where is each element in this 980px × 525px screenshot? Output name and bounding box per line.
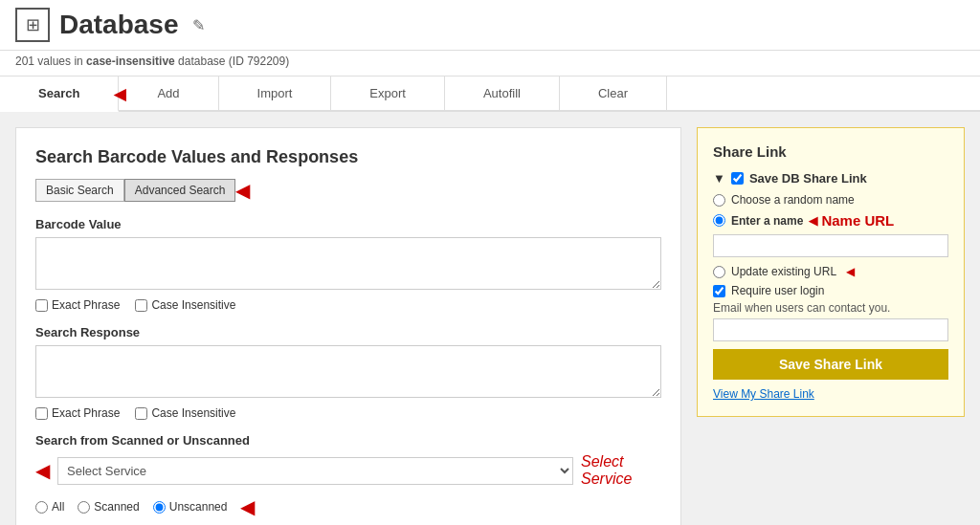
update-existing-url-row: Update existing URL ◀ — [713, 265, 948, 278]
barcode-case-insensitive-checkbox[interactable] — [135, 299, 147, 312]
save-db-share-link-row[interactable]: ▼ Save DB Share Link — [713, 171, 948, 186]
search-type-buttons: Basic Search Advanced Search ◀ — [35, 179, 661, 202]
email-input[interactable] — [713, 318, 948, 341]
advanced-search-arrow-icon: ◀ — [235, 179, 250, 202]
response-case-insensitive-checkbox-label[interactable]: Case Insensitive — [135, 406, 235, 420]
barcode-exact-phrase-checkbox[interactable] — [35, 299, 48, 312]
tab-add[interactable]: Add — [119, 77, 218, 110]
barcode-value-label: Barcode Value — [35, 217, 661, 231]
radio-random-name[interactable] — [713, 194, 725, 207]
tab-arrow-icon: ◀ — [114, 84, 125, 102]
barcode-exact-phrase-checkbox-label[interactable]: Exact Phrase — [35, 298, 120, 312]
name-url-label: Name URL — [821, 212, 894, 229]
radio-update-url[interactable] — [713, 266, 725, 278]
search-panel-title: Search Barcode Values and Responses — [35, 147, 661, 167]
dropdown-arrow-icon: ▼ — [713, 171, 725, 186]
name-url-arrow-icon: ◀ — [809, 214, 817, 228]
barcode-checkboxes: Exact Phrase Case Insensitive — [35, 298, 661, 312]
tab-bar: Search ◀ Add Import Export Autofill Clea… — [0, 77, 980, 112]
barcode-case-insensitive-checkbox-label[interactable]: Case Insensitive — [135, 298, 235, 312]
header-subtitle: 201 values in case-insensitive database … — [0, 51, 980, 77]
select-service-annotation: Select Service — [581, 453, 661, 488]
select-service-wrapper: ◀ Select Service Select Service — [35, 453, 661, 488]
select-service-dropdown[interactable]: Select Service — [57, 457, 573, 485]
page-title: Database — [59, 10, 179, 40]
choose-random-name-row[interactable]: Choose a random name — [713, 193, 948, 207]
edit-title-icon[interactable]: ✎ — [192, 16, 205, 34]
enter-name-input[interactable] — [713, 234, 948, 257]
update-url-arrow-icon: ◀ — [846, 265, 855, 278]
database-icon: ⊞ — [15, 8, 50, 42]
email-label: Email when users can contact you. — [713, 301, 948, 315]
tab-clear[interactable]: Clear — [560, 77, 667, 110]
radio-unscanned[interactable] — [153, 501, 166, 514]
radio-scanned-label[interactable]: Scanned — [78, 500, 139, 514]
response-exact-phrase-checkbox[interactable] — [35, 407, 48, 420]
advanced-search-button[interactable]: Advanced Search — [124, 179, 236, 202]
basic-search-button[interactable]: Basic Search — [35, 179, 124, 202]
search-panel: Search Barcode Values and Responses Basi… — [15, 127, 681, 525]
save-share-link-button[interactable]: Save Share Link — [713, 349, 948, 380]
main-content: Search Barcode Values and Responses Basi… — [0, 112, 980, 525]
tab-autofill[interactable]: Autofill — [445, 77, 560, 110]
response-case-insensitive-checkbox[interactable] — [135, 407, 147, 420]
share-section: ▼ Save DB Share Link Choose a random nam… — [713, 171, 948, 401]
radio-unscanned-label[interactable]: Unscanned — [153, 500, 228, 514]
tab-import[interactable]: Import — [219, 77, 332, 110]
response-checkboxes: Exact Phrase Case Insensitive — [35, 406, 661, 420]
share-panel-title: Share Link — [713, 143, 948, 160]
view-share-link[interactable]: View My Share Link — [713, 387, 948, 401]
select-service-arrow-icon: ◀ — [35, 459, 50, 482]
tab-search[interactable]: Search ◀ — [0, 77, 119, 112]
radio-all[interactable] — [35, 501, 48, 514]
barcode-value-input[interactable] — [35, 237, 661, 290]
share-link-panel: Share Link ▼ Save DB Share Link Choose a… — [697, 127, 965, 417]
radio-enter-name[interactable] — [713, 214, 725, 227]
response-exact-phrase-checkbox-label[interactable]: Exact Phrase — [35, 406, 120, 420]
scan-radio-group: All Scanned Unscanned ◀ — [35, 495, 661, 518]
radio-all-label[interactable]: All — [35, 500, 64, 514]
search-response-label: Search Response — [35, 325, 661, 339]
radio-arrow-icon: ◀ — [240, 495, 255, 518]
page-header: ⊞ Database ✎ — [0, 0, 980, 51]
name-url-annotation-row: ◀ Name URL — [809, 212, 894, 229]
search-response-input[interactable] — [35, 345, 661, 398]
search-from-label: Search from Scanned or Unscanned — [35, 433, 661, 448]
require-user-login-row[interactable]: Require user login — [713, 284, 948, 297]
save-db-share-link-checkbox[interactable] — [731, 172, 744, 185]
enter-name-row: Enter a name ◀ Name URL — [713, 212, 948, 229]
tab-export[interactable]: Export — [331, 77, 445, 110]
radio-scanned[interactable] — [78, 501, 90, 514]
require-user-login-checkbox[interactable] — [713, 285, 725, 297]
